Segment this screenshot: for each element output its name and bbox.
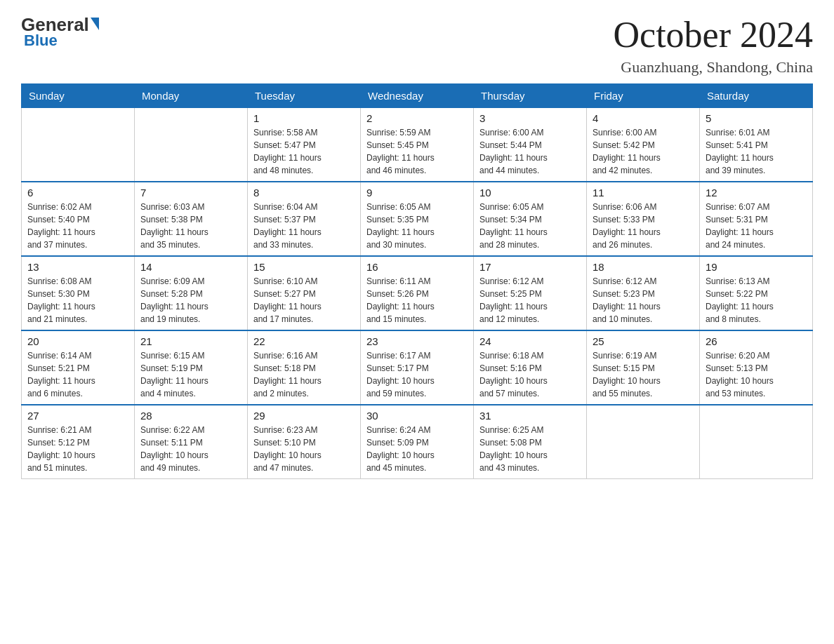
calendar-table: SundayMondayTuesdayWednesdayThursdayFrid… <box>21 83 813 479</box>
day-number: 15 <box>253 261 355 273</box>
day-number: 3 <box>479 112 581 124</box>
calendar-week-row: 27Sunrise: 6:21 AM Sunset: 5:12 PM Dayli… <box>22 405 813 479</box>
calendar-cell: 29Sunrise: 6:23 AM Sunset: 5:10 PM Dayli… <box>248 405 361 479</box>
day-info: Sunrise: 6:05 AM Sunset: 5:35 PM Dayligh… <box>366 201 468 251</box>
day-info: Sunrise: 6:24 AM Sunset: 5:09 PM Dayligh… <box>366 424 468 474</box>
day-number: 19 <box>706 261 807 273</box>
page-header: General Blue October 2024 Guanzhuang, Sh… <box>21 14 813 76</box>
day-number: 25 <box>593 335 694 347</box>
day-info: Sunrise: 6:25 AM Sunset: 5:08 PM Dayligh… <box>479 424 581 474</box>
calendar-cell: 22Sunrise: 6:16 AM Sunset: 5:18 PM Dayli… <box>248 330 361 405</box>
day-info: Sunrise: 6:01 AM Sunset: 5:41 PM Dayligh… <box>706 126 807 177</box>
calendar-cell: 18Sunrise: 6:12 AM Sunset: 5:23 PM Dayli… <box>587 256 700 330</box>
day-number: 11 <box>593 187 694 199</box>
day-info: Sunrise: 5:59 AM Sunset: 5:45 PM Dayligh… <box>366 126 468 177</box>
day-number: 21 <box>140 335 241 347</box>
day-info: Sunrise: 6:15 AM Sunset: 5:19 PM Dayligh… <box>140 349 241 400</box>
calendar-week-row: 13Sunrise: 6:08 AM Sunset: 5:30 PM Dayli… <box>22 256 813 330</box>
calendar-cell: 2Sunrise: 5:59 AM Sunset: 5:45 PM Daylig… <box>361 108 474 182</box>
calendar-cell: 15Sunrise: 6:10 AM Sunset: 5:27 PM Dayli… <box>248 256 361 330</box>
calendar-header-saturday: Saturday <box>700 84 813 108</box>
day-number: 28 <box>140 410 241 422</box>
calendar-cell: 31Sunrise: 6:25 AM Sunset: 5:08 PM Dayli… <box>474 405 587 479</box>
calendar-week-row: 6Sunrise: 6:02 AM Sunset: 5:40 PM Daylig… <box>22 182 813 256</box>
calendar-cell: 21Sunrise: 6:15 AM Sunset: 5:19 PM Dayli… <box>135 330 248 405</box>
day-info: Sunrise: 6:07 AM Sunset: 5:31 PM Dayligh… <box>706 201 807 251</box>
day-info: Sunrise: 6:11 AM Sunset: 5:26 PM Dayligh… <box>366 275 468 326</box>
day-info: Sunrise: 6:04 AM Sunset: 5:37 PM Dayligh… <box>253 201 355 251</box>
calendar-subtitle: Guanzhuang, Shandong, China <box>614 58 813 76</box>
day-number: 16 <box>366 261 468 273</box>
calendar-cell: 13Sunrise: 6:08 AM Sunset: 5:30 PM Dayli… <box>22 256 135 330</box>
day-info: Sunrise: 6:10 AM Sunset: 5:27 PM Dayligh… <box>253 275 355 326</box>
day-number: 29 <box>253 410 355 422</box>
calendar-cell: 27Sunrise: 6:21 AM Sunset: 5:12 PM Dayli… <box>22 405 135 479</box>
day-number: 4 <box>593 112 694 124</box>
title-section: October 2024 Guanzhuang, Shandong, China <box>614 14 813 76</box>
day-info: Sunrise: 6:05 AM Sunset: 5:34 PM Dayligh… <box>479 201 581 251</box>
calendar-header-sunday: Sunday <box>22 84 135 108</box>
calendar-cell: 4Sunrise: 6:00 AM Sunset: 5:42 PM Daylig… <box>587 108 700 182</box>
day-info: Sunrise: 6:09 AM Sunset: 5:28 PM Dayligh… <box>140 275 241 326</box>
day-number: 2 <box>366 112 468 124</box>
calendar-cell: 20Sunrise: 6:14 AM Sunset: 5:21 PM Dayli… <box>22 330 135 405</box>
calendar-cell: 30Sunrise: 6:24 AM Sunset: 5:09 PM Dayli… <box>361 405 474 479</box>
calendar-cell: 24Sunrise: 6:18 AM Sunset: 5:16 PM Dayli… <box>474 330 587 405</box>
calendar-week-row: 20Sunrise: 6:14 AM Sunset: 5:21 PM Dayli… <box>22 330 813 405</box>
day-info: Sunrise: 6:13 AM Sunset: 5:22 PM Dayligh… <box>706 275 807 326</box>
calendar-cell: 7Sunrise: 6:03 AM Sunset: 5:38 PM Daylig… <box>135 182 248 256</box>
day-number: 18 <box>593 261 694 273</box>
calendar-cell <box>135 108 248 182</box>
calendar-cell: 3Sunrise: 6:00 AM Sunset: 5:44 PM Daylig… <box>474 108 587 182</box>
day-info: Sunrise: 6:08 AM Sunset: 5:30 PM Dayligh… <box>27 275 128 326</box>
calendar-cell: 12Sunrise: 6:07 AM Sunset: 5:31 PM Dayli… <box>700 182 813 256</box>
day-info: Sunrise: 6:03 AM Sunset: 5:38 PM Dayligh… <box>140 201 241 251</box>
calendar-header-monday: Monday <box>135 84 248 108</box>
logo: General Blue <box>21 14 99 50</box>
day-number: 8 <box>253 187 355 199</box>
day-info: Sunrise: 6:21 AM Sunset: 5:12 PM Dayligh… <box>27 424 128 474</box>
day-number: 17 <box>479 261 581 273</box>
day-number: 31 <box>479 410 581 422</box>
calendar-header-tuesday: Tuesday <box>248 84 361 108</box>
calendar-week-row: 1Sunrise: 5:58 AM Sunset: 5:47 PM Daylig… <box>22 108 813 182</box>
day-info: Sunrise: 6:18 AM Sunset: 5:16 PM Dayligh… <box>479 349 581 400</box>
calendar-header-friday: Friday <box>587 84 700 108</box>
calendar-header-wednesday: Wednesday <box>361 84 474 108</box>
calendar-cell: 1Sunrise: 5:58 AM Sunset: 5:47 PM Daylig… <box>248 108 361 182</box>
calendar-header-thursday: Thursday <box>474 84 587 108</box>
calendar-cell: 11Sunrise: 6:06 AM Sunset: 5:33 PM Dayli… <box>587 182 700 256</box>
day-number: 5 <box>706 112 807 124</box>
calendar-cell: 28Sunrise: 6:22 AM Sunset: 5:11 PM Dayli… <box>135 405 248 479</box>
day-number: 7 <box>140 187 241 199</box>
day-number: 22 <box>253 335 355 347</box>
day-info: Sunrise: 6:17 AM Sunset: 5:17 PM Dayligh… <box>366 349 468 400</box>
day-number: 12 <box>706 187 807 199</box>
calendar-cell: 5Sunrise: 6:01 AM Sunset: 5:41 PM Daylig… <box>700 108 813 182</box>
calendar-cell: 19Sunrise: 6:13 AM Sunset: 5:22 PM Dayli… <box>700 256 813 330</box>
calendar-cell: 10Sunrise: 6:05 AM Sunset: 5:34 PM Dayli… <box>474 182 587 256</box>
day-number: 30 <box>366 410 468 422</box>
day-number: 24 <box>479 335 581 347</box>
day-number: 14 <box>140 261 241 273</box>
day-number: 27 <box>27 410 128 422</box>
calendar-cell <box>22 108 135 182</box>
day-number: 10 <box>479 187 581 199</box>
calendar-cell <box>700 405 813 479</box>
logo-blue-text: Blue <box>21 32 58 50</box>
calendar-cell: 6Sunrise: 6:02 AM Sunset: 5:40 PM Daylig… <box>22 182 135 256</box>
calendar-cell: 8Sunrise: 6:04 AM Sunset: 5:37 PM Daylig… <box>248 182 361 256</box>
day-info: Sunrise: 6:23 AM Sunset: 5:10 PM Dayligh… <box>253 424 355 474</box>
day-number: 1 <box>253 112 355 124</box>
day-number: 9 <box>366 187 468 199</box>
calendar-cell: 16Sunrise: 6:11 AM Sunset: 5:26 PM Dayli… <box>361 256 474 330</box>
day-info: Sunrise: 6:22 AM Sunset: 5:11 PM Dayligh… <box>140 424 241 474</box>
day-number: 26 <box>706 335 807 347</box>
calendar-title: October 2024 <box>614 14 813 55</box>
day-info: Sunrise: 6:06 AM Sunset: 5:33 PM Dayligh… <box>593 201 694 251</box>
calendar-header-row: SundayMondayTuesdayWednesdayThursdayFrid… <box>22 84 813 108</box>
calendar-cell <box>587 405 700 479</box>
day-info: Sunrise: 5:58 AM Sunset: 5:47 PM Dayligh… <box>253 126 355 177</box>
day-info: Sunrise: 6:20 AM Sunset: 5:13 PM Dayligh… <box>706 349 807 400</box>
day-info: Sunrise: 6:00 AM Sunset: 5:42 PM Dayligh… <box>593 126 694 177</box>
